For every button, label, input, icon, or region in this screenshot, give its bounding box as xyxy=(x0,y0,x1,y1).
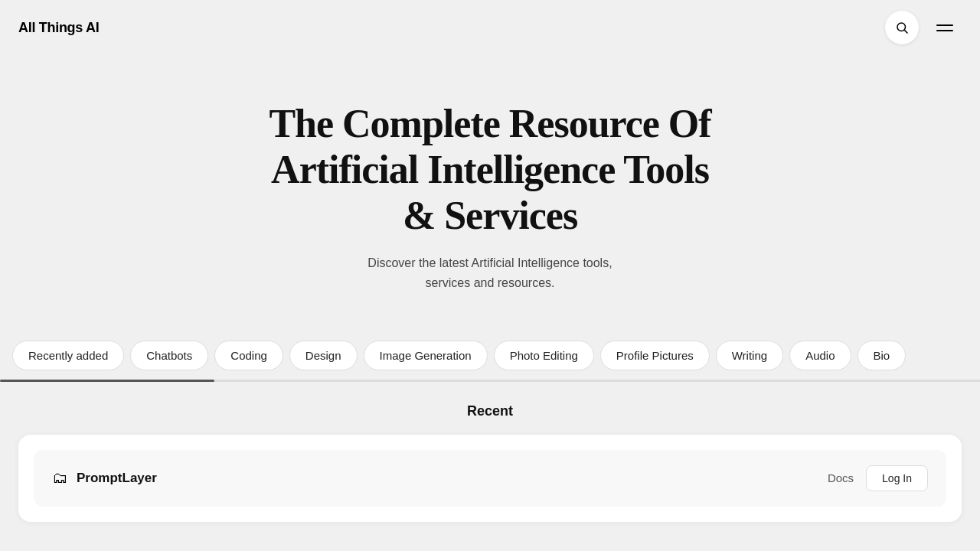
svg-line-1 xyxy=(904,30,907,33)
card-left: 🗂 PromptLayer xyxy=(52,469,157,487)
tab-photo-editing[interactable]: Photo Editing xyxy=(494,341,594,370)
card-actions: Docs Log In xyxy=(828,465,928,491)
scroll-bar xyxy=(0,380,980,382)
card-container: 🗂 PromptLayer Docs Log In xyxy=(18,435,962,522)
tab-recently-added[interactable]: Recently added xyxy=(12,341,124,370)
tab-image-generation[interactable]: Image Generation xyxy=(364,341,488,370)
tool-icon: 🗂 xyxy=(52,469,67,487)
menu-line-2 xyxy=(936,30,953,31)
site-logo: All Things AI xyxy=(18,20,99,36)
search-button[interactable] xyxy=(885,11,919,44)
tab-audio[interactable]: Audio xyxy=(789,341,851,370)
svg-point-0 xyxy=(897,23,906,31)
tab-writing[interactable]: Writing xyxy=(716,341,783,370)
tab-bio[interactable]: Bio xyxy=(858,341,906,370)
hero-title: The Complete Resource Of Artificial Inte… xyxy=(260,101,720,238)
docs-link[interactable]: Docs xyxy=(828,471,854,484)
hero-subtitle: Discover the latest Artificial Intellige… xyxy=(345,253,635,292)
header: All Things AI xyxy=(0,0,980,55)
tool-card: 🗂 PromptLayer Docs Log In xyxy=(34,450,946,507)
search-icon xyxy=(895,21,909,34)
tab-design[interactable]: Design xyxy=(289,341,358,370)
recent-section: Recent 🗂 PromptLayer Docs Log In xyxy=(0,382,980,522)
tab-chatbots[interactable]: Chatbots xyxy=(130,341,208,370)
tab-coding[interactable]: Coding xyxy=(214,341,283,370)
scroll-thumb xyxy=(0,380,214,382)
tool-name: PromptLayer xyxy=(77,471,157,486)
login-button[interactable]: Log In xyxy=(866,465,928,491)
header-actions xyxy=(885,11,962,44)
menu-line-1 xyxy=(936,24,953,26)
menu-button[interactable] xyxy=(928,11,962,44)
hero-section: The Complete Resource Of Artificial Inte… xyxy=(0,55,980,331)
recent-title: Recent xyxy=(18,403,962,419)
tab-profile-pictures[interactable]: Profile Pictures xyxy=(600,341,710,370)
tabs-scroll[interactable]: Recently addedChatbotsCodingDesignImage … xyxy=(0,331,980,377)
category-tabs-container: Recently addedChatbotsCodingDesignImage … xyxy=(0,331,980,382)
